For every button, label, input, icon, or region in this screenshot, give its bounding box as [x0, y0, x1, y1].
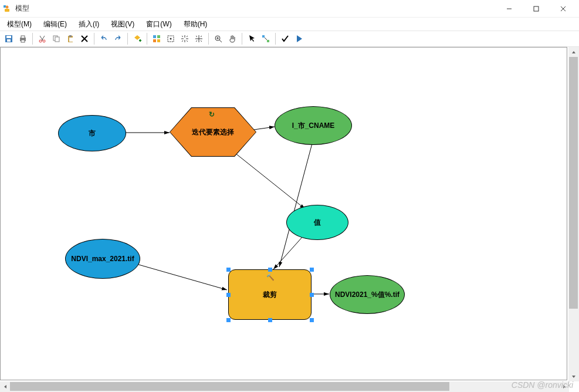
maximize-button[interactable] [523, 0, 550, 18]
svg-point-12 [39, 40, 42, 42]
selection-handle[interactable] [226, 268, 231, 272]
scroll-up-icon[interactable] [568, 47, 578, 57]
zoom-in-icon[interactable] [212, 32, 225, 45]
redo-icon[interactable] [111, 32, 124, 45]
model-canvas[interactable]: 市 迭代要素选择 ↻ I_市_CNAME 值 NDVI_max_2021.tif… [0, 47, 567, 380]
scroll-track[interactable] [10, 381, 559, 392]
svg-rect-34 [267, 40, 269, 42]
toolbar-separator [127, 33, 128, 45]
svg-line-30 [219, 40, 222, 42]
window-title: 模型 [15, 4, 496, 13]
toolbar-separator [275, 33, 276, 45]
node-input-shi[interactable]: 市 [58, 115, 126, 151]
paste-icon[interactable] [64, 32, 77, 45]
svg-rect-33 [262, 35, 265, 38]
toolbar [0, 31, 579, 47]
full-extent-icon[interactable] [164, 32, 177, 45]
svg-rect-25 [153, 39, 156, 42]
connect-icon[interactable] [259, 32, 272, 45]
selection-handle[interactable] [310, 268, 314, 272]
menu-insert[interactable]: 插入(I) [76, 18, 101, 31]
node-label: 市 [89, 129, 96, 138]
auto-layout-icon[interactable] [150, 32, 163, 45]
node-label: NDVI_max_2021.tif [71, 255, 134, 263]
svg-point-28 [170, 38, 172, 40]
add-data-icon[interactable] [131, 32, 144, 45]
connector-edges [1, 48, 568, 381]
svg-line-38 [235, 153, 305, 209]
svg-rect-17 [69, 35, 72, 37]
pan-icon[interactable] [226, 32, 239, 45]
selection-handle[interactable] [226, 293, 231, 297]
toolbar-separator [147, 33, 147, 45]
toolbar-separator [242, 33, 242, 45]
run-icon[interactable] [293, 32, 306, 45]
svg-line-40 [273, 236, 303, 269]
minimize-button[interactable] [496, 0, 523, 18]
select-icon[interactable] [245, 32, 258, 45]
copy-icon[interactable] [50, 32, 63, 45]
hammer-icon: 🔨 [266, 273, 275, 281]
toolbar-separator [32, 33, 33, 45]
modelbuilder-icon [2, 4, 12, 13]
scrollbar-horizontal[interactable] [0, 381, 569, 392]
loop-icon: ↻ [209, 110, 215, 119]
node-value[interactable]: 值 [286, 205, 348, 240]
titlebar: 模型 [0, 0, 579, 18]
svg-line-39 [279, 141, 313, 267]
save-icon[interactable] [2, 32, 15, 45]
menu-edit[interactable]: 编辑(E) [41, 18, 69, 31]
canvas-wrap: 市 迭代要素选择 ↻ I_市_CNAME 值 NDVI_max_2021.tif… [0, 47, 579, 392]
selection-handle[interactable] [268, 268, 272, 272]
svg-rect-11 [21, 40, 25, 42]
svg-rect-10 [21, 36, 25, 38]
node-label: NDVI2021_%值%.tif [335, 290, 399, 300]
node-iterator[interactable]: 迭代要素选择 ↻ [170, 108, 256, 156]
undo-icon[interactable] [97, 32, 110, 45]
validate-icon[interactable] [279, 32, 292, 45]
svg-rect-15 [55, 37, 59, 42]
svg-rect-24 [157, 35, 160, 38]
svg-rect-18 [69, 38, 73, 42]
menu-model[interactable]: 模型(M) [5, 18, 34, 31]
menu-help[interactable]: 帮助(H) [181, 18, 210, 31]
close-button[interactable] [550, 0, 577, 18]
svg-line-37 [254, 127, 275, 130]
toolbar-separator [94, 33, 94, 45]
scroll-track[interactable] [568, 57, 579, 371]
node-input-ndvi[interactable]: NDVI_max_2021.tif [65, 239, 140, 279]
svg-line-35 [265, 38, 267, 40]
fixed-zoom-out-icon[interactable] [192, 32, 205, 45]
svg-rect-3 [534, 6, 539, 11]
fixed-zoom-in-icon[interactable] [178, 32, 191, 45]
node-label: 值 [314, 218, 321, 228]
svg-line-41 [137, 264, 227, 290]
watermark: CSDN @ronvicki [512, 380, 573, 390]
toolbar-separator [208, 33, 209, 45]
scroll-thumb[interactable] [10, 382, 449, 391]
scrollbar-vertical[interactable] [568, 47, 579, 381]
cut-icon[interactable] [36, 32, 49, 45]
selection-handle[interactable] [268, 318, 272, 322]
node-tool-clip[interactable]: 🔨 裁剪 [228, 269, 311, 320]
svg-rect-7 [6, 36, 11, 38]
scroll-left-icon[interactable] [0, 381, 10, 391]
svg-rect-8 [7, 39, 11, 42]
scroll-thumb[interactable] [569, 57, 578, 309]
selection-handle[interactable] [310, 293, 314, 297]
svg-rect-26 [157, 39, 160, 42]
menu-window[interactable]: 窗口(W) [144, 18, 174, 31]
node-output-ndvi[interactable]: NDVI2021_%值%.tif [330, 275, 405, 314]
print-icon[interactable] [16, 32, 29, 45]
menu-view[interactable]: 视图(V) [109, 18, 137, 31]
node-output-cname[interactable]: I_市_CNAME [275, 106, 352, 145]
selection-handle[interactable] [226, 318, 231, 322]
svg-rect-1 [5, 9, 9, 12]
selection-handle[interactable] [310, 318, 314, 322]
delete-icon[interactable] [78, 32, 91, 45]
node-label: 迭代要素选择 [192, 127, 234, 137]
svg-rect-23 [153, 35, 156, 38]
node-label: 裁剪 [263, 290, 277, 300]
svg-point-13 [43, 40, 45, 42]
node-label: I_市_CNAME [292, 121, 335, 131]
